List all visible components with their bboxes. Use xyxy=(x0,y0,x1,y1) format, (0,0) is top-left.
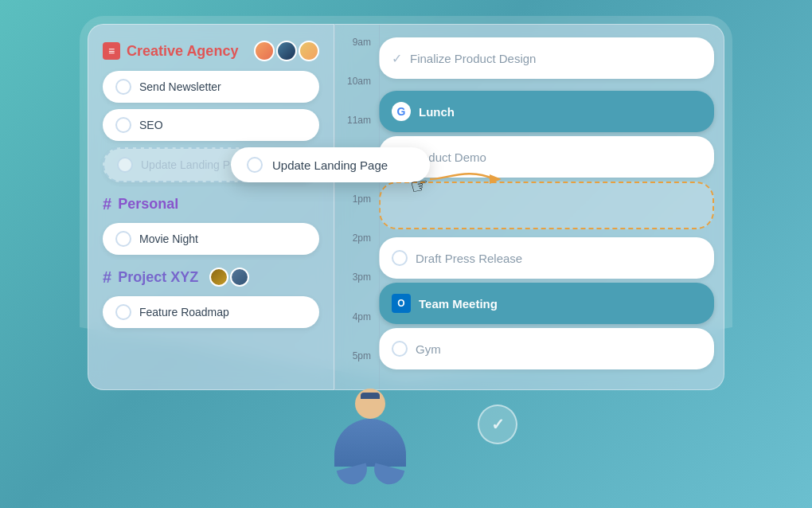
task-label-seo: SEO xyxy=(139,119,163,131)
checkbox-gym[interactable] xyxy=(392,341,408,357)
section-header-creative-agency: Creative Agency xyxy=(103,41,319,61)
avatar-1 xyxy=(254,41,275,61)
spacer-10am xyxy=(379,83,714,91)
time-divider xyxy=(379,25,380,389)
time-slot-5pm: 5pm xyxy=(335,350,379,389)
avatars-creative-agency xyxy=(254,41,319,61)
event-label-finalize: Finalize Product Design xyxy=(410,52,536,65)
section-project-xyz: # Project XYZ Feature Roadmap xyxy=(103,268,319,328)
task-send-newsletter[interactable]: Send Newsletter xyxy=(103,71,319,103)
section-title-creative-agency: Creative Agency xyxy=(127,43,238,60)
section-title-personal: Personal xyxy=(118,196,178,213)
logo-symbol: ✓ xyxy=(491,415,505,434)
task-panel: Creative Agency Send Newsletter SEO Upda… xyxy=(88,24,334,390)
event-team-meeting[interactable]: O Team Meeting xyxy=(379,283,714,324)
task-checkbox-update-landing[interactable] xyxy=(117,157,133,173)
person-legs xyxy=(338,467,403,484)
todoist-icon xyxy=(103,42,120,60)
avatar-3 xyxy=(299,41,319,61)
time-slot-9am: 9am xyxy=(335,37,379,76)
time-slot-4pm: 4pm xyxy=(335,311,379,350)
time-column: 9am 10am 11am 12pm 1pm 2pm 3pm 4pm xyxy=(335,25,379,389)
task-label-feature-roadmap: Feature Roadmap xyxy=(139,306,229,318)
project-xyz-avatars xyxy=(209,268,249,287)
event-lunch[interactable]: G Lunch xyxy=(379,91,714,132)
time-slot-10am: 10am xyxy=(335,76,379,115)
task-seo[interactable]: SEO xyxy=(103,109,319,141)
person-body xyxy=(334,419,406,467)
task-movie-night[interactable]: Movie Night xyxy=(103,223,319,255)
event-label-team-meeting: Team Meeting xyxy=(419,297,498,311)
task-label-movie-night: Movie Night xyxy=(139,233,198,245)
logo-circle: ✓ xyxy=(478,404,517,444)
time-slot-1pm: 1pm xyxy=(335,193,379,233)
events-column: ✓ Finalize Product Design G Lunch ✓ Prod… xyxy=(379,25,724,389)
arrow-container xyxy=(430,163,509,198)
person-figure xyxy=(334,389,406,484)
time-slot-3pm: 3pm xyxy=(335,272,379,311)
task-checkbox-send-newsletter[interactable] xyxy=(115,79,131,95)
floating-task-update-landing[interactable]: Update Landing Page xyxy=(231,147,430,182)
person-glasses xyxy=(361,393,380,399)
event-label-lunch: Lunch xyxy=(419,105,455,119)
floating-checkbox[interactable] xyxy=(247,157,263,173)
time-slot-2pm: 2pm xyxy=(335,233,379,272)
main-container: Creative Agency Send Newsletter SEO Upda… xyxy=(88,24,724,390)
avatar-2 xyxy=(276,41,297,61)
task-feature-roadmap[interactable]: Feature Roadmap xyxy=(103,296,319,328)
section-title-project-xyz: Project XYZ xyxy=(118,269,198,286)
proj-avatar-1 xyxy=(209,268,228,287)
person-leg-left xyxy=(336,463,369,487)
section-header-project-xyz: # Project XYZ xyxy=(103,268,319,287)
floating-task-label: Update Landing Page xyxy=(272,158,388,172)
proj-avatar-2 xyxy=(230,268,249,287)
person-head xyxy=(355,389,385,419)
event-finalize-product-design[interactable]: ✓ Finalize Product Design xyxy=(379,37,714,79)
task-checkbox-seo[interactable] xyxy=(115,117,131,133)
calendar-panel: 9am 10am 11am 12pm 1pm 2pm 3pm 4pm xyxy=(334,24,724,390)
event-label-draft-press-release: Draft Press Release xyxy=(416,252,522,265)
event-draft-press-release[interactable]: Draft Press Release xyxy=(379,237,714,279)
outlook-icon: O xyxy=(392,294,411,313)
event-label-gym: Gym xyxy=(416,342,441,356)
hash-icon-project-xyz: # xyxy=(103,268,111,287)
task-checkbox-feature-roadmap[interactable] xyxy=(115,304,131,320)
task-label-send-newsletter: Send Newsletter xyxy=(139,80,221,93)
section-header-personal: # Personal xyxy=(103,195,319,213)
section-personal: # Personal Movie Night xyxy=(103,195,319,255)
drag-arrow xyxy=(430,163,509,195)
person-leg-right xyxy=(370,463,404,487)
task-checkbox-movie-night[interactable] xyxy=(115,231,131,247)
hash-icon-personal: # xyxy=(103,195,111,213)
google-icon: G xyxy=(392,102,411,121)
check-icon-finalize: ✓ xyxy=(392,51,402,66)
svg-marker-0 xyxy=(490,174,502,184)
event-gym[interactable]: Gym xyxy=(379,328,714,369)
checkbox-draft-press-release[interactable] xyxy=(392,250,408,266)
